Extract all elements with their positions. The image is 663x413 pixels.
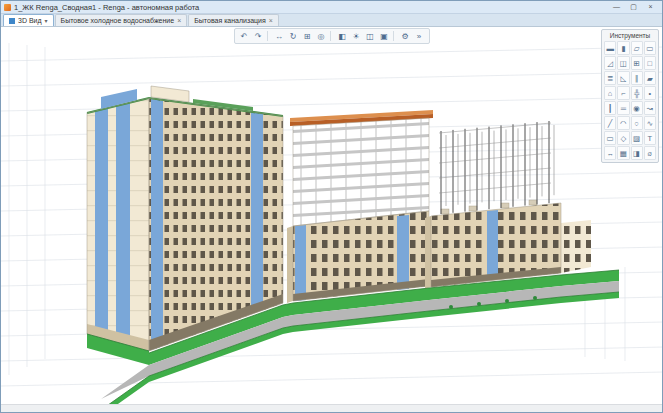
window-controls: — ▢ × [608,1,659,13]
more-tools-icon[interactable]: » [413,30,426,42]
tools-grid: ▬▮▱▭◿◫⊞□≣◺∥▰⌂⌐╬•┃═◉↝╱◠○∿▭◇▨T↔▦◨⌀ [604,41,656,160]
tool-measure-icon[interactable]: ⌀ [644,146,656,160]
separator [330,31,334,41]
chevron-down-icon[interactable]: ▾ [45,17,48,24]
view-tab-bar: 3D Вид ▾ Бытовое холодное водоснабжение … [1,14,662,27]
tools-panel-title: Инструменты [604,32,656,41]
building-tower [87,86,283,351]
tab-3d-view[interactable]: 3D Вид ▾ [3,14,54,26]
tool-opening-icon[interactable]: □ [644,56,656,70]
tab-sewage[interactable]: Бытовая канализация × [188,14,279,26]
tool-point-icon[interactable]: • [644,86,656,100]
pan-icon[interactable]: ↔ [273,30,286,42]
tool-level-icon[interactable]: ⌐ [617,86,629,100]
orbit-icon[interactable]: ↻ [287,30,300,42]
status-strip [1,404,662,412]
separator [393,31,397,41]
tool-polygon-icon[interactable]: ◇ [617,131,629,145]
close-tab-icon[interactable]: × [177,17,181,24]
tool-ramp-icon[interactable]: ◺ [617,71,629,85]
tab-label: Бытовое холодное водоснабжение [61,17,175,24]
tool-duct-icon[interactable]: ═ [617,101,629,115]
tool-door-icon[interactable]: ◫ [617,56,629,70]
tool-text-icon[interactable]: T [644,131,656,145]
tool-rectangle-icon[interactable]: ▭ [604,131,616,145]
tool-table-icon[interactable]: ▦ [617,146,629,160]
tool-room-icon[interactable]: ⌂ [604,86,616,100]
3d-viewport[interactable]: ↶↷↔↻⊞◎◧☀◫▣⚙» Инструменты ▬▮▱▭◿◫⊞□≣◺∥▰⌂⌐╬… [1,27,662,412]
tool-railing-icon[interactable]: ∥ [631,71,643,85]
structural-frame [439,121,554,214]
settings-icon[interactable]: ⚙ [399,30,412,42]
tool-dimension-icon[interactable]: ↔ [604,146,616,160]
section-icon[interactable]: ◫ [364,30,377,42]
tool-route-icon[interactable]: ↝ [644,101,656,115]
window-title: 1_ЖК Renga_Сводная1 - Renga - автономная… [14,3,199,12]
tool-circle-icon[interactable]: ○ [631,116,643,130]
tool-wall-icon[interactable]: ▬ [604,41,616,55]
building-midrise-under-construction [287,110,433,303]
tool-window-icon[interactable]: ⊞ [631,56,643,70]
tool-pipe-icon[interactable]: ┃ [604,101,616,115]
tool-plate-icon[interactable]: ▰ [644,71,656,85]
app-icon [4,4,11,11]
tool-column-icon[interactable]: ▮ [617,41,629,55]
undo-icon[interactable]: ↶ [238,30,251,42]
tab-label: 3D Вид [18,17,42,24]
tool-hatch-icon[interactable]: ▨ [631,131,643,145]
close-button[interactable]: × [642,1,659,13]
tool-spline-icon[interactable]: ∿ [644,116,656,130]
zoom-window-icon[interactable]: ◎ [315,30,328,42]
tool-section-icon[interactable]: ◨ [631,146,643,160]
view-toolbar: ↶↷↔↻⊞◎◧☀◫▣⚙» [234,28,430,44]
tools-panel: Инструменты ▬▮▱▭◿◫⊞□≣◺∥▰⌂⌐╬•┃═◉↝╱◠○∿▭◇▨T… [601,29,659,163]
close-tab-icon[interactable]: × [269,17,273,24]
visual-style-icon[interactable]: ◧ [336,30,349,42]
minimize-button[interactable]: — [608,1,625,13]
tool-line-icon[interactable]: ╱ [604,116,616,130]
redo-icon[interactable]: ↷ [252,30,265,42]
tool-arc-icon[interactable]: ◠ [617,116,629,130]
sun-icon[interactable]: ☀ [350,30,363,42]
tab-cold-water-supply[interactable]: Бытовое холодное водоснабжение × [55,14,188,26]
tool-floor-icon[interactable]: ▱ [631,41,643,55]
camera-icon[interactable]: ▣ [378,30,391,42]
tool-axis-icon[interactable]: ╬ [631,86,643,100]
maximize-button[interactable]: ▢ [625,1,642,13]
tool-beam-icon[interactable]: ▭ [644,41,656,55]
title-bar: 1_ЖК Renga_Сводная1 - Renga - автономная… [1,1,662,14]
tool-stairs-icon[interactable]: ≣ [604,71,616,85]
renga-window: 1_ЖК Renga_Сводная1 - Renga - автономная… [0,0,663,413]
zoom-fit-icon[interactable]: ⊞ [301,30,314,42]
tool-roof-icon[interactable]: ◿ [604,56,616,70]
tool-equipment-icon[interactable]: ◉ [631,101,643,115]
view-cube-icon [9,18,15,24]
separator [267,31,271,41]
tab-label: Бытовая канализация [194,17,266,24]
3d-scene [1,27,662,412]
